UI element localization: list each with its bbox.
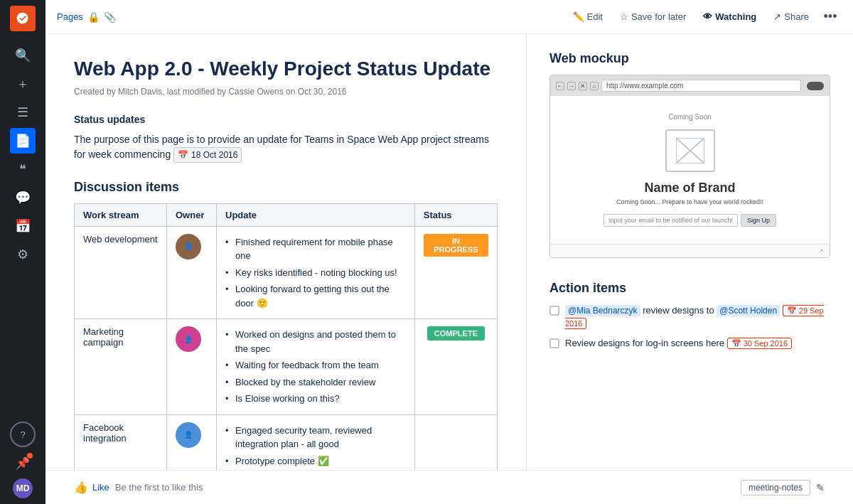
- nav-home: ⌂: [590, 82, 599, 90]
- topbar: Pages 🔒 📎 ✏️ Edit ☆ Save for later 👁 Wat…: [45, 0, 853, 34]
- col-work-stream: Work stream: [75, 203, 167, 226]
- action-items-title: Action items: [549, 281, 830, 296]
- action-text: Review designs for log-in screens here 📅…: [565, 337, 792, 350]
- workstream-marketing: Marketing campaign: [75, 319, 167, 415]
- mockup-footer: ↗: [550, 244, 830, 257]
- main-panel: Pages 🔒 📎 ✏️ Edit ☆ Save for later 👁 Wat…: [45, 0, 853, 504]
- updates-marketing: Worked on designs and posted them to the…: [217, 319, 415, 415]
- avatar: 👤: [176, 326, 201, 352]
- updates-web: Finished requirement for mobile phase on…: [217, 226, 415, 319]
- sidebar-item-pin[interactable]: 📌: [10, 450, 36, 476]
- sidebar-item-comments[interactable]: 💬: [10, 185, 36, 210]
- edit-button[interactable]: ✏️ Edit: [566, 9, 610, 25]
- status-facebook: [414, 414, 497, 470]
- browser-toggle: [807, 82, 824, 90]
- intro-text: The purpose of this page is to provide a…: [74, 132, 498, 163]
- tag-edit-icon[interactable]: ✎: [816, 482, 825, 493]
- sidebar-item-pages[interactable]: 📄: [10, 128, 36, 154]
- action-checkbox[interactable]: [549, 306, 559, 316]
- email-signup-row: Input your email to be notified of our l…: [603, 214, 776, 227]
- user-avatar[interactable]: MD: [13, 478, 33, 498]
- tag-section: meeting-notes ✎: [741, 480, 825, 495]
- table-row: Facebook integration 👤 Engaged security …: [75, 414, 498, 470]
- web-mockup: ← → ✕ ⌂ http://www.example.com Coming So…: [549, 75, 830, 258]
- sidebar-item-search[interactable]: 🔍: [10, 43, 36, 68]
- topbar-actions: ✏️ Edit ☆ Save for later 👁 Watching ↗ Sh…: [566, 6, 842, 28]
- like-button[interactable]: 👍 Like: [74, 481, 109, 494]
- sidebar-item-create[interactable]: ＋: [10, 71, 36, 97]
- content-area: Web App 2.0 - Weekly Project Status Upda…: [45, 34, 853, 470]
- owner-marketing: 👤: [167, 319, 217, 415]
- calendar-icon: 📅: [178, 149, 188, 161]
- date-chip-red-2: 📅 30 Sep 2016: [727, 338, 792, 349]
- brand-name: Name of Brand: [644, 181, 735, 195]
- mockup-title: Web mockup: [549, 51, 830, 66]
- action-checkbox[interactable]: [549, 338, 559, 348]
- avatar: 👤: [176, 422, 201, 448]
- like-label: Like: [92, 482, 109, 493]
- brand-subtitle: Coming Soon... Prepare to have your worl…: [616, 198, 763, 205]
- list-item: Prototype complete ✅: [225, 453, 406, 470]
- breadcrumb-pages[interactable]: Pages: [57, 11, 83, 22]
- edit-icon: ✏️: [573, 11, 584, 22]
- thumbs-up-icon: 👍: [74, 481, 88, 494]
- coming-soon-text: Coming Soon: [668, 113, 712, 121]
- more-options-button[interactable]: •••: [819, 6, 842, 28]
- status-web: IN PROGRESS: [414, 226, 497, 319]
- col-update: Update: [217, 203, 415, 226]
- brand-image-placeholder: [665, 129, 715, 172]
- sidebar-item-lists[interactable]: ☰: [10, 100, 36, 125]
- mention-scott[interactable]: @Scott Holden: [717, 305, 780, 316]
- list-item: Looking forward to getting this out the …: [225, 281, 406, 311]
- nav-forward: →: [567, 82, 576, 90]
- table-row: Marketing campaign 👤 Worked on designs a…: [75, 319, 498, 415]
- sidebar: 🔍 ＋ ☰ 📄 ❝ 💬 📅 ⚙ ? 📌 MD: [0, 0, 45, 504]
- right-panel: Web mockup ← → ✕ ⌂ http://www.example.co…: [526, 34, 853, 470]
- sidebar-logo[interactable]: [10, 6, 36, 31]
- nav-back: ←: [556, 82, 564, 90]
- work-table: Work stream Owner Update Status Web deve…: [74, 203, 498, 470]
- page-meta: Created by Mitch Davis, last modified by…: [74, 87, 498, 97]
- status-badge: COMPLETE: [427, 326, 485, 341]
- signup-button: Sign Up: [741, 214, 776, 227]
- breadcrumb: Pages 🔒 📎: [57, 11, 116, 23]
- list-item: Finished requirement for mobile phase on…: [225, 234, 406, 264]
- discussion-items-heading: Discussion items: [74, 180, 498, 195]
- attach-icon: 📎: [104, 11, 116, 23]
- table-row: Web development 👤 Finished requirement f…: [75, 226, 498, 319]
- share-button[interactable]: ↗ Share: [766, 9, 816, 25]
- nav-close: ✕: [579, 82, 587, 90]
- sidebar-item-settings[interactable]: ⚙: [10, 242, 36, 267]
- sidebar-item-help[interactable]: ?: [10, 422, 36, 447]
- status-badge: IN PROGRESS: [424, 234, 488, 257]
- star-icon: ☆: [620, 11, 628, 22]
- eye-icon: 👁: [703, 11, 712, 22]
- tag-meeting-notes[interactable]: meeting-notes: [741, 480, 810, 495]
- owner-web: 👤: [167, 226, 217, 319]
- status-updates-heading: Status updates: [74, 114, 498, 125]
- mention-mia[interactable]: @Mia Bednarczyk: [565, 305, 640, 316]
- browser-bar: ← → ✕ ⌂ http://www.example.com: [550, 75, 830, 96]
- workstream-web: Web development: [75, 226, 167, 319]
- page-content: Web App 2.0 - Weekly Project Status Upda…: [45, 34, 526, 470]
- sidebar-item-calendar[interactable]: 📅: [10, 213, 36, 239]
- watching-button[interactable]: 👁 Watching: [696, 9, 763, 25]
- footer-bar: 👍 Like Be the first to like this meeting…: [45, 470, 853, 504]
- list-item: Most of the team is still on Holidays un…: [225, 469, 406, 470]
- avatar: 👤: [176, 234, 201, 259]
- mockup-content: Coming Soon Name of Brand Coming Soon...…: [550, 96, 830, 244]
- list-item: Worked on designs and posted them to the…: [225, 326, 406, 357]
- workstream-facebook: Facebook integration: [75, 414, 167, 470]
- col-status: Status: [414, 203, 497, 226]
- page-title: Web App 2.0 - Weekly Project Status Upda…: [74, 57, 498, 81]
- date-chip: 📅 18 Oct 2016: [173, 147, 242, 163]
- sidebar-item-quotes[interactable]: ❝: [10, 156, 36, 182]
- list-item: Key risks identified - noting blocking u…: [225, 264, 406, 282]
- save-later-button[interactable]: ☆ Save for later: [613, 9, 693, 25]
- action-text: @Mia Bednarczyk review designs to @Scott…: [565, 304, 830, 330]
- lock-icon: 🔒: [87, 11, 100, 23]
- col-owner: Owner: [167, 203, 217, 226]
- list-item: Engaged security team, reviewed integrat…: [225, 422, 406, 453]
- updates-facebook: Engaged security team, reviewed integrat…: [217, 414, 415, 470]
- list-item: Waiting for feedback from the team: [225, 357, 406, 374]
